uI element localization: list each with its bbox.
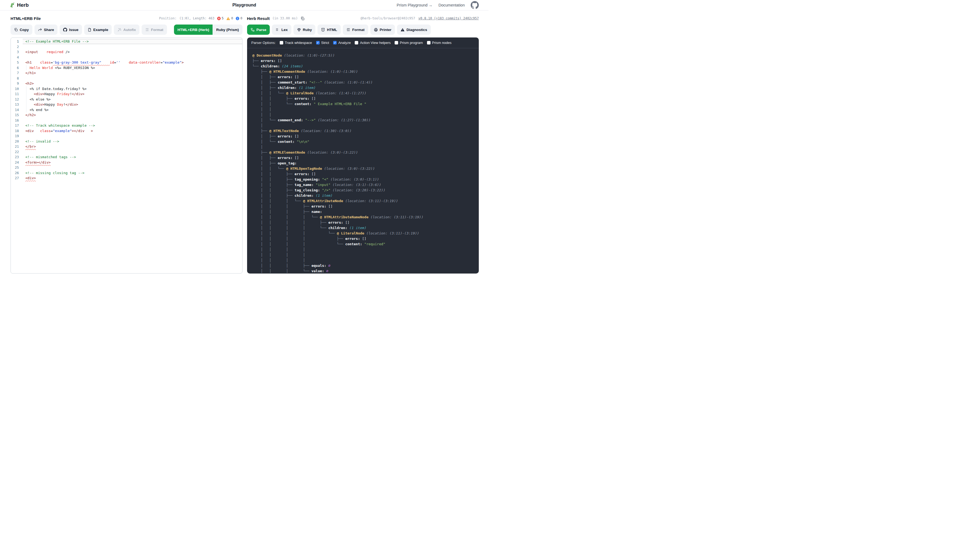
code-line[interactable]: 12 <% else %> [11, 97, 242, 102]
option-action-view-helpers[interactable]: Action View helpers [355, 41, 391, 45]
checkbox-track-whitespace[interactable] [280, 41, 283, 45]
page-title: Playground [232, 3, 256, 8]
option-prism-program[interactable]: Prism program [395, 41, 423, 45]
tree-line: │ ├── errors: [] [253, 134, 475, 139]
result-panel: Parser Options: Track whitespace✓Strict✓… [247, 37, 479, 273]
code-line[interactable]: 4 [11, 55, 242, 60]
code-line[interactable]: 21</br> [11, 144, 242, 149]
code-line[interactable]: 7</h1> [11, 70, 242, 76]
nav-link-documentation[interactable]: Documentation [438, 3, 465, 7]
diag-icon [401, 28, 405, 32]
html-button[interactable]: 5HTML [318, 25, 341, 35]
format-button[interactable]: Format [343, 25, 368, 35]
result-title: Herb Result [247, 16, 270, 21]
code-line[interactable]: 16 [11, 118, 242, 123]
code-line[interactable]: 26<!-- missing closing tag --> [11, 170, 242, 176]
tree-line: │ │ ├── tag_name: "input" (location: (3:… [253, 182, 475, 188]
code-line[interactable]: 22 [11, 149, 242, 155]
checkbox-prism-program[interactable] [395, 41, 398, 45]
code-line[interactable]: 11 <div>Happy Friday!</div> [11, 92, 242, 97]
share-button[interactable]: Share [35, 25, 58, 35]
tree-line: │ │ │ └── @ HTMLAttributeNode (location:… [253, 198, 475, 204]
code-line[interactable]: 18<div class="example"></div > [11, 128, 242, 134]
code-line[interactable]: 2 [11, 44, 242, 50]
info-count: 0 [240, 17, 242, 20]
file-icon [88, 28, 92, 32]
code-line[interactable]: 1<!-- Example HTML+ERB File --> [11, 39, 242, 44]
code-line[interactable]: 10 <% if Date.today.friday? %> [11, 86, 242, 92]
parse-button[interactable]: Parse [247, 25, 270, 35]
top-nav: Herb Playground Prism Playground → Docum… [0, 0, 488, 10]
brand-name: Herb [17, 2, 28, 8]
copy-icon [14, 28, 18, 32]
tree-line: │ │ │ │ ├── errors: [] [253, 236, 475, 242]
tree-line: └── children: (24 items) [253, 63, 475, 69]
tree-line: ├── @ HTMLTextNode (location: (1:30)-(3:… [253, 128, 475, 134]
line-number: 23 [11, 154, 23, 160]
error-icon [217, 17, 221, 20]
format-button[interactable]: Format [142, 25, 167, 35]
tab-ruby-prism[interactable]: Ruby (Prism) [212, 25, 242, 35]
code-line[interactable]: 15</h2> [11, 112, 242, 118]
line-number: 26 [11, 170, 23, 176]
code-line[interactable]: 8 [11, 76, 242, 81]
brand[interactable]: Herb [8, 2, 28, 8]
code-line[interactable]: 20<!-- invalid --> [11, 139, 242, 144]
herb-leaf-icon [8, 2, 15, 8]
tree-line: ├── errors: [] [253, 58, 475, 63]
package-name: @herb-tools/browser@2402c957 [361, 17, 415, 20]
code-line[interactable]: 25 [11, 165, 242, 170]
code-line[interactable]: 13 <div>Happy Day!</div> [11, 102, 242, 107]
code-line[interactable]: 23<!-- mismatched tags --> [11, 154, 242, 160]
github-icon[interactable] [471, 1, 479, 9]
code-line[interactable]: 24<form></div> [11, 160, 242, 165]
line-number: 9 [11, 81, 23, 86]
line-number: 14 [11, 107, 23, 113]
tree-line: │ │ │ ├── errors: [] [253, 204, 475, 209]
code-line[interactable]: 27<div> [11, 175, 242, 181]
nav-link-prism-playground[interactable]: Prism Playground → [397, 3, 433, 7]
example-button[interactable]: Example [84, 25, 112, 35]
option-track-whitespace[interactable]: Track whitespace [280, 41, 312, 45]
autofix-button[interactable]: Autofix [114, 25, 139, 35]
format2-icon [346, 28, 350, 32]
copy-button[interactable]: Copy [10, 25, 32, 35]
checkbox-analyze[interactable]: ✓ [333, 41, 336, 45]
code-line[interactable]: 9<h2> [11, 81, 242, 86]
tree-line: │ │ │ │ [253, 247, 475, 252]
parse-icon [251, 28, 254, 32]
code-line[interactable]: 6 Hello World <%= RUBY_VERSION %> [11, 65, 242, 71]
tree-line: │ │ │ │ [253, 258, 475, 263]
line-number: 17 [11, 123, 23, 128]
code-line[interactable]: 19 [11, 133, 242, 139]
ruby-icon [297, 28, 301, 32]
code-line[interactable]: 5<h1 class='bg-gray-300 text-gray" id=''… [11, 60, 242, 65]
tree-line: │ [253, 123, 475, 128]
tab-html-erb-herb[interactable]: HTML+ERB (Herb) [174, 25, 212, 35]
version-link[interactable]: v0.8.10 (+183 commits) 2402c957 [418, 17, 479, 20]
option-prism-nodes[interactable]: Prism nodes [427, 41, 452, 45]
position-value: (1:0), Length: 463 [179, 17, 214, 20]
copy-result-icon[interactable] [301, 17, 304, 20]
tree-line: ├── @ HTMLCommentNode (location: (1:0)-(… [253, 69, 475, 74]
ast-tree-view: @ DocumentNode (location: (1:0)-(27:5))├… [247, 48, 479, 273]
lex-button[interactable]: Lex [272, 25, 291, 35]
tree-line: │ ├── open_tag: [253, 161, 475, 166]
checkbox-strict[interactable]: ✓ [316, 41, 320, 45]
diagnostics-button[interactable]: Diagnostics [397, 25, 431, 35]
line-number: 15 [11, 112, 23, 118]
tree-line: │ │ │ │ [253, 252, 475, 258]
option-strict[interactable]: ✓Strict [316, 41, 330, 45]
option-analyze[interactable]: ✓Analyze [333, 41, 351, 45]
checkbox-action-view-helpers[interactable] [355, 41, 358, 45]
printer-button[interactable]: Printer [370, 25, 395, 35]
code-line[interactable]: 17<!-- Track whitespace example --> [11, 123, 242, 128]
tree-line: │ │ ├── errors: [] [253, 172, 475, 177]
code-line[interactable]: 14 <% end %> [11, 107, 242, 113]
code-editor[interactable]: 1<!-- Example HTML+ERB File -->23<input … [10, 37, 243, 273]
issue-button[interactable]: Issue [60, 25, 82, 35]
code-line[interactable]: 3<input required /> [11, 49, 242, 55]
ruby-button[interactable]: Ruby [293, 25, 316, 35]
checkbox-prism-nodes[interactable] [427, 41, 430, 45]
error-badge: 5 [217, 17, 224, 20]
